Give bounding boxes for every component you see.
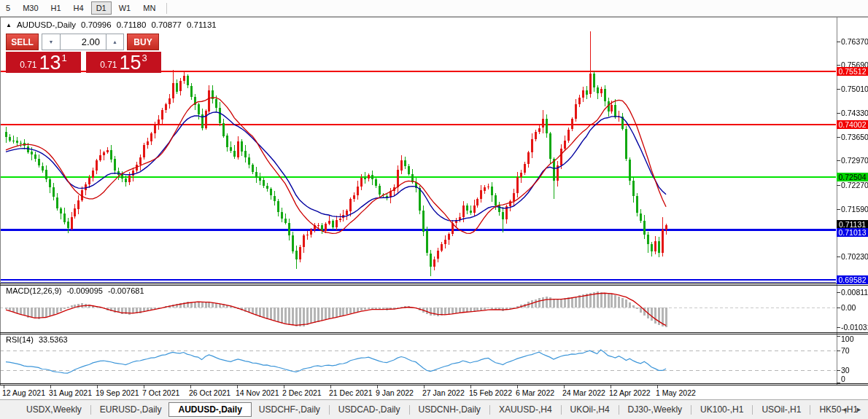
rsi-axis-label: 70 [841,346,850,355]
price-axis[interactable]: 0.763700.756900.750100.743300.736500.729… [837,0,868,419]
level-price-badge: 0.69582 [837,275,868,284]
x-axis-date-label: 27 Jan 2022 [422,388,465,397]
tab-ukoil-h4[interactable]: UKOil-,H4 [563,402,617,417]
tab-scroll-arrows: ◄► [841,406,862,413]
price-axis-label: 0.74330 [841,109,868,117]
tab-eurusd-daily[interactable]: EURUSD-,Daily [93,402,169,417]
timeframe-button-w1[interactable]: W1 [114,1,136,15]
tab-usdcad-daily[interactable]: USDCAD-,Daily [331,402,408,417]
sell-button[interactable]: SELL [6,34,39,50]
tab-separator [752,405,753,415]
macd-signal-value: -0.007681 [108,286,144,295]
sell-price-big-digits: 13 [39,54,61,72]
sell-price-prefix: 0.71 [20,60,36,70]
volume-increase-button[interactable]: ▲ [106,34,124,50]
macd-name: MACD(12,26,9) [6,286,61,295]
time-axis[interactable]: 12 Aug 202131 Aug 202119 Sep 20217 Oct 2… [0,385,837,399]
tab-xauusd-h4[interactable]: XAUUSD-,H4 [492,402,559,417]
rsi-value: 33.5363 [39,335,68,344]
rsi-axis-label: 0 [841,375,845,383]
x-axis-date-label: 26 Oct 2021 [189,388,230,397]
timeframe-button-m30[interactable]: M30 [18,1,43,15]
one-click-trading-panel: SELL ▼ 2.00 ▲ BUY 0.71 13 1 0.71 15 3 [6,34,161,73]
buy-price-display[interactable]: 0.71 15 3 [86,52,161,73]
level-price-badge: 0.74002 [837,120,868,129]
price-axis-label: 0.70230 [841,252,868,261]
tabs-scroll-right-button[interactable]: ► [856,406,862,413]
tab-dj30-weekly[interactable]: DJ30-,Weekly [621,402,689,417]
x-axis-date-label: 15 Feb 2022 [469,388,512,397]
collapse-triangle-icon[interactable]: ▲ [6,22,12,28]
tab-usdchf-daily[interactable]: USDCHF-,Daily [252,402,328,417]
chart-tab-bar: USDX,WeeklyEURUSD-,DailyAUDUSD-,DailyUSD… [0,399,868,419]
macd-axis-label: 0.00811 [841,288,868,297]
volume-input[interactable]: 2.00 [61,34,106,50]
timeframe-button-mn[interactable]: MN [138,1,160,15]
price-axis-label: 0.72970 [841,156,868,165]
x-axis-date-label: 2 Dec 2021 [282,388,322,397]
timeframe-button-5[interactable]: 5 [1,1,15,15]
buy-price-pipette: 3 [142,52,147,63]
price-axis-label: 0.76370 [841,37,868,46]
timeframe-button-d1[interactable]: D1 [91,1,112,15]
tab-usdcnh-daily[interactable]: USDCNH-,Daily [411,402,488,417]
level-price-badge: 0.75512 [837,67,868,76]
x-axis-date-label: 19 Sep 2021 [96,388,139,397]
tab-separator [489,405,490,415]
tab-separator [810,405,810,415]
tab-uk100-h1[interactable]: UK100-,H1 [693,402,751,417]
volume-decrease-button[interactable]: ▼ [42,34,61,50]
trading-terminal-window: 5M30H1H4D1W1MN ▲ AUDUSD-,Daily 0.70996 0… [0,0,868,419]
tab-separator [691,405,691,415]
ohlc-close-value: 0.71131 [187,20,217,29]
tab-separator [329,405,330,415]
x-axis-date-label: 7 Oct 2021 [142,388,179,397]
macd-axis-label: -0.01031 [841,323,868,332]
timeframe-toolbar: 5M30H1H4D1W1MN [0,0,868,17]
chart-symbol-label: AUDUSD-,Daily [17,20,76,29]
buy-price-big-digits: 15 [120,54,142,72]
x-axis-date-label: 6 Mar 2022 [516,388,554,397]
x-axis-date-label: 9 Jan 2022 [376,388,414,397]
rsi-axis-label: 100 [841,334,854,343]
sell-price-pipette: 1 [62,52,67,63]
level-price-badge: 0.71013 [837,228,868,237]
price-axis-label: 0.71590 [841,205,868,214]
price-axis-label: 0.73650 [841,133,868,141]
tabs-scroll-left-button[interactable]: ◄ [841,406,848,413]
rsi-indicator-label: RSI(14) 33.5363 [6,335,68,344]
buy-button[interactable]: BUY [127,34,159,50]
tab-usoil-h1[interactable]: USOil-,H1 [754,402,808,417]
x-axis-date-label: 31 Aug 2021 [49,388,92,397]
ohlc-high-value: 0.71180 [117,20,147,29]
rsi-axis-label: 30 [841,366,850,375]
timeframe-button-h1[interactable]: H1 [46,1,66,15]
ohlc-open-value: 0.70996 [81,20,112,29]
chart-title: ▲ AUDUSD-,Daily 0.70996 0.71180 0.70877 … [6,20,217,29]
buy-price-prefix: 0.71 [100,60,117,70]
price-axis-label: 0.72270 [841,181,868,189]
timeframe-button-h4[interactable]: H4 [69,1,89,15]
tab-separator [90,405,91,415]
macd-axis-label: 0.00 [841,303,856,312]
x-axis-date-label: 12 Apr 2022 [609,388,651,397]
toolbar-separator [166,3,167,14]
ohlc-low-value: 0.70877 [151,20,182,29]
x-axis-date-label: 12 Aug 2021 [2,388,45,397]
tab-usdx-weekly[interactable]: USDX,Weekly [19,402,89,417]
x-axis-date-label: 21 Dec 2021 [329,388,373,397]
tab-separator [409,405,410,415]
rsi-name: RSI(14) [6,335,34,344]
x-axis-date-label: 24 Mar 2022 [562,388,605,397]
chevron-down-icon: ▼ [49,39,54,44]
x-axis-date-label: 14 Nov 2021 [236,388,279,397]
macd-indicator-label: MACD(12,26,9) -0.009095 -0.007681 [6,286,144,295]
chevron-up-icon: ▲ [112,39,117,44]
x-axis-date-label: 1 May 2022 [656,388,696,397]
sell-price-display[interactable]: 0.71 13 1 [6,52,81,73]
level-price-badge: 0.72504 [837,173,868,181]
price-axis-label: 0.75010 [841,85,868,93]
tab-separator [561,405,562,415]
tab-separator [619,405,619,415]
tab-audusd-daily[interactable]: AUDUSD-,Daily [168,402,251,417]
